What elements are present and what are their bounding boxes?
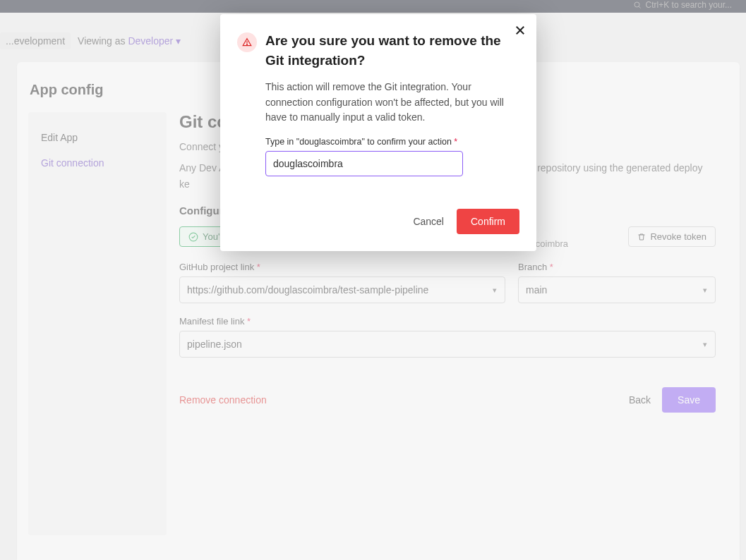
role-dropdown[interactable]: Developer ▾ — [128, 35, 181, 47]
modal-confirm-input[interactable] — [265, 151, 463, 176]
sidebar-item-edit-app[interactable]: Edit App — [28, 125, 167, 150]
modal-confirm-button[interactable]: Confirm — [457, 209, 519, 234]
env-pill[interactable]: ...evelopment — [0, 32, 71, 49]
viewing-as-label: Viewing as — [78, 35, 125, 47]
modal-title: Are you sure you want to remove the Git … — [265, 31, 519, 70]
branch-label: Branch * — [518, 262, 716, 272]
manifest-label: Manifest file link * — [179, 316, 716, 327]
save-button[interactable]: Save — [662, 387, 716, 413]
manifest-select[interactable]: pipeline.json — [179, 331, 716, 358]
confirm-modal: Are you sure you want to remove the Git … — [220, 14, 536, 251]
search-hint-text: Ctrl+K to search your... — [646, 0, 732, 10]
top-bar: Ctrl+K to search your... — [0, 0, 746, 13]
svg-line-1 — [639, 6, 640, 8]
svg-point-6 — [247, 44, 248, 44]
project-link-select[interactable]: https://github.com/douglascoimbra/test-s… — [179, 276, 505, 303]
sidebar-item-git-connection[interactable]: Git connection — [28, 150, 167, 176]
revoke-label: Revoke token — [650, 231, 706, 242]
svg-point-0 — [634, 2, 639, 7]
modal-description: This action will remove the Git integrat… — [265, 80, 519, 126]
trash-icon — [637, 233, 646, 241]
modal-close-button[interactable] — [514, 24, 527, 39]
sidebar: Edit App Git connection — [28, 112, 167, 535]
warning-icon — [237, 32, 257, 52]
back-button[interactable]: Back — [629, 394, 651, 406]
check-circle-icon — [188, 232, 198, 242]
search-icon — [633, 1, 642, 9]
branch-select[interactable]: main — [518, 276, 716, 303]
revoke-token-button[interactable]: Revoke token — [628, 226, 716, 247]
search-hint[interactable]: Ctrl+K to search your... — [633, 0, 732, 10]
project-link-label: GitHub project link * — [179, 262, 505, 272]
modal-input-label: Type in "douglascoimbra" to confirm your… — [265, 137, 519, 147]
modal-cancel-button[interactable]: Cancel — [413, 216, 444, 227]
close-icon — [514, 24, 527, 37]
remove-connection-link[interactable]: Remove connection — [179, 394, 267, 406]
